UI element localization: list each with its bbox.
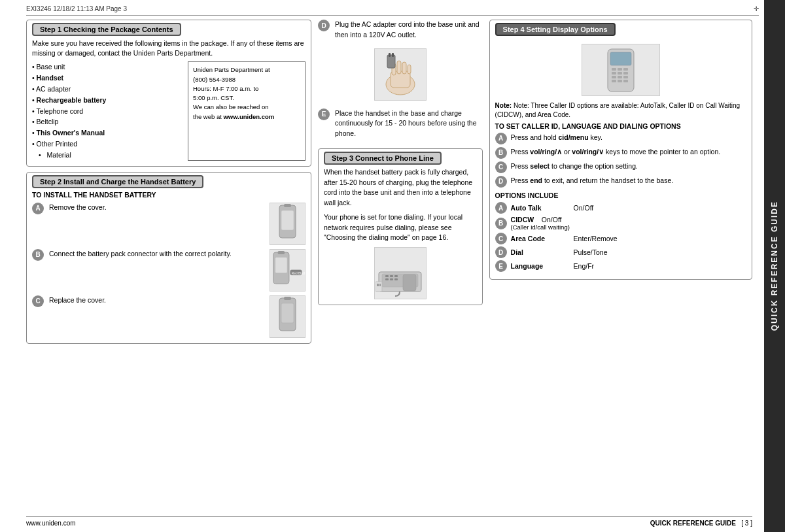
- step-d-label: D: [318, 20, 330, 31]
- list-item: Material: [32, 150, 183, 161]
- svg-rect-35: [618, 68, 622, 71]
- caller-step-a: A Press and hold cid/menu key.: [495, 133, 746, 144]
- svg-rect-24: [394, 275, 398, 277]
- option-c-value: Enter/Remove: [574, 235, 618, 242]
- svg-rect-1: [284, 204, 291, 207]
- svg-rect-31: [379, 284, 381, 286]
- step1-section: Step 1 Checking the Package Contents Mak…: [26, 20, 311, 167]
- step2-section: Step 2 Install and Charge the Handset Ba…: [26, 172, 311, 344]
- svg-rect-27: [394, 278, 398, 280]
- option-c-name: Area Code: [511, 235, 570, 242]
- caller-id-title: TO SET CALLER ID, LANGUAGE AND DIALING O…: [495, 122, 746, 130]
- svg-rect-9: [284, 297, 291, 300]
- options-title: OPTIONS INCLUDE: [495, 191, 746, 199]
- step4-section: Step 4 Setting Display Options: [489, 20, 752, 280]
- crop-mark-center: ✛: [754, 5, 759, 12]
- step-c-img: [270, 295, 305, 338]
- list-item: This Owner's Manual: [32, 127, 183, 139]
- step-c-text: Replace the cover.: [49, 295, 264, 305]
- step-b-text: Connect the battery pack connector with …: [49, 249, 264, 259]
- svg-rect-29: [375, 282, 382, 291]
- list-item: Beltclip: [32, 116, 183, 127]
- step-a-text: Remove the cover.: [49, 203, 264, 212]
- step-label-b: B: [32, 249, 44, 261]
- plug-steps: D Plug the AC adapter cord into the base…: [318, 20, 483, 139]
- caller-step-b: B Press vol/ring/∧ or vol/ring/∨ keys to…: [495, 147, 746, 159]
- caller-c-text: Press select to change the option settin…: [511, 161, 638, 171]
- battery-step-b: B Connect the battery pack connector wit…: [32, 249, 305, 291]
- step3-image: [374, 247, 427, 299]
- step3-text: When the handset battery pack is fully c…: [324, 167, 477, 243]
- svg-rect-38: [618, 72, 622, 75]
- step3-image-container: [324, 247, 477, 299]
- plug-image-container: [318, 48, 483, 101]
- svg-rect-37: [612, 72, 616, 75]
- contact-line4: 5:00 p.m. CST.: [193, 94, 234, 101]
- option-d: D Dial Pulse/Tone: [495, 246, 746, 258]
- svg-rect-15: [402, 62, 406, 74]
- step4-image: [582, 44, 660, 96]
- step3-body: When the handset battery pack is fully c…: [324, 167, 477, 243]
- caller-step-d: D Press end to exit, and return the hand…: [495, 176, 746, 188]
- svg-rect-14: [397, 61, 401, 74]
- option-c-label: C: [495, 233, 507, 244]
- right-column: Step 4 Setting Display Options: [489, 20, 752, 512]
- step4-header: Step 4 Setting Display Options: [495, 23, 616, 36]
- option-b-sub: (Caller id/call waiting): [511, 224, 570, 231]
- battery-step-a: A Remove the cover.: [32, 203, 305, 245]
- doc-ref: EXI3246 12/18/2 11:13 AM Page 3: [26, 5, 127, 12]
- svg-rect-4: [278, 251, 285, 254]
- step-b-img: Red Black: [270, 249, 305, 291]
- svg-rect-39: [623, 72, 628, 75]
- page-footer: www.uniden.com QUICK REFERENCE GUIDE [ 3…: [26, 516, 752, 527]
- center-column: D Plug the AC adapter cord into the base…: [318, 20, 483, 512]
- caller-d-text: Press end to exit, and return the handse…: [511, 176, 674, 186]
- step-e-text: Place the handset in the base and charge…: [335, 108, 483, 139]
- svg-rect-26: [390, 278, 393, 280]
- option-b-label: B: [495, 218, 507, 229]
- svg-rect-28: [403, 274, 416, 291]
- svg-rect-2: [281, 210, 294, 230]
- contact-line1: Uniden Parts Department at: [193, 66, 270, 73]
- main-content: Step 1 Checking the Package Contents Mak…: [26, 20, 752, 512]
- contact-box: Uniden Parts Department at (800) 554-398…: [188, 61, 305, 160]
- step3-section: Step 3 Connect to Phone Line When the ha…: [318, 148, 483, 305]
- option-b: B CIDCW On/Off (Caller id/call waiting): [495, 216, 746, 231]
- vertical-tab-text: QUICK REFERENCE GUIDE: [770, 201, 779, 331]
- option-d-value: Pulse/Tone: [574, 248, 608, 256]
- step4-image-container: [495, 41, 746, 99]
- option-c: C Area Code Enter/Remove: [495, 233, 746, 244]
- footer-page: QUICK REFERENCE GUIDE [ 3 ]: [650, 520, 752, 527]
- plug-image: [374, 48, 427, 101]
- step-e: E Place the handset in the base and char…: [318, 108, 483, 139]
- svg-rect-19: [392, 53, 394, 57]
- option-e: E Language Eng/Fr: [495, 260, 746, 272]
- caller-b-label: B: [495, 147, 507, 159]
- step2-title: TO INSTALL THE HANDSET BATTERY: [32, 191, 305, 199]
- contact-line5: We can also be reached on: [193, 103, 268, 110]
- svg-rect-5: [275, 258, 287, 273]
- step1-header: Step 1 Checking the Package Contents: [32, 23, 181, 36]
- caller-a-text: Press and hold cid/menu key.: [511, 133, 602, 142]
- vertical-tab: QUICK REFERENCE GUIDE: [764, 0, 785, 532]
- option-e-value: Eng/Fr: [574, 262, 595, 270]
- page-header: EXI3246 12/18/2 11:13 AM Page 3 ✛: [26, 5, 759, 16]
- list-item: Base unit: [32, 61, 183, 73]
- step-d: D Plug the AC adapter cord into the base…: [318, 20, 483, 41]
- step1-body: Base unit Handset AC adapter Rechargeabl…: [32, 61, 305, 160]
- caller-id-steps: A Press and hold cid/menu key. B Press v…: [495, 133, 746, 188]
- package-items-list: Base unit Handset AC adapter Rechargeabl…: [32, 61, 183, 160]
- svg-rect-30: [377, 284, 379, 286]
- step1-intro: Make sure you have received the followin…: [32, 39, 305, 58]
- svg-rect-22: [385, 275, 389, 277]
- caller-d-label: D: [495, 176, 507, 188]
- option-b-content: CIDCW On/Off (Caller id/call waiting): [511, 216, 570, 231]
- option-a-label: A: [495, 202, 507, 214]
- list-item: Telephone cord: [32, 106, 183, 117]
- step3-para2: Your phone is set for tone dialing. If y…: [324, 212, 477, 243]
- option-e-label: E: [495, 260, 507, 272]
- svg-rect-44: [618, 80, 622, 82]
- footer-website: www.uniden.com: [26, 520, 76, 527]
- option-d-label: D: [495, 246, 507, 258]
- step3-para1: When the handset battery pack is fully c…: [324, 167, 477, 208]
